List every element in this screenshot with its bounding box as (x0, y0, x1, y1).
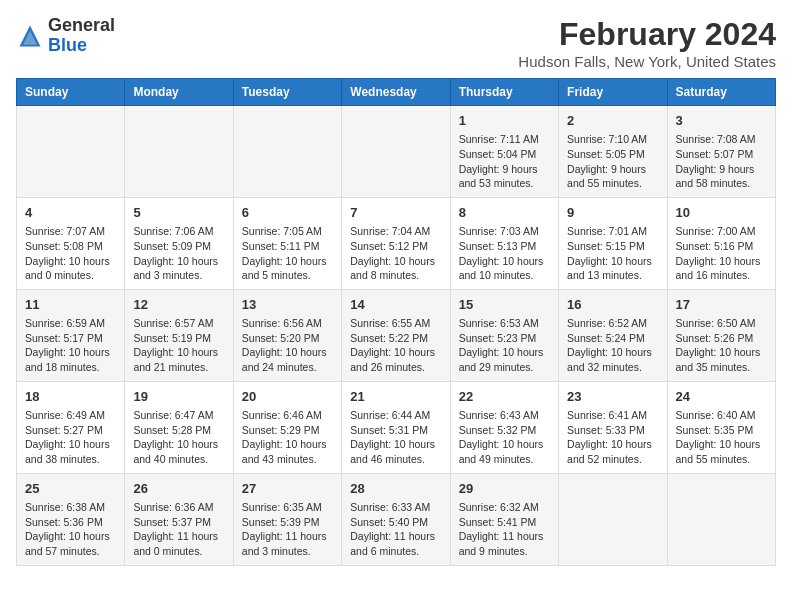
logo-general: General (48, 15, 115, 35)
calendar-cell: 12Sunrise: 6:57 AM Sunset: 5:19 PM Dayli… (125, 289, 233, 381)
day-info: Sunrise: 6:46 AM Sunset: 5:29 PM Dayligh… (242, 408, 333, 467)
day-number: 1 (459, 112, 550, 130)
calendar-cell: 15Sunrise: 6:53 AM Sunset: 5:23 PM Dayli… (450, 289, 558, 381)
day-number: 2 (567, 112, 658, 130)
day-number: 26 (133, 480, 224, 498)
logo-blue: Blue (48, 35, 87, 55)
logo-text: General Blue (48, 16, 115, 56)
day-number: 17 (676, 296, 767, 314)
title-block: February 2024 Hudson Falls, New York, Un… (518, 16, 776, 70)
day-number: 10 (676, 204, 767, 222)
day-info: Sunrise: 6:59 AM Sunset: 5:17 PM Dayligh… (25, 316, 116, 375)
day-info: Sunrise: 7:11 AM Sunset: 5:04 PM Dayligh… (459, 132, 550, 191)
column-header-thursday: Thursday (450, 79, 558, 106)
day-number: 24 (676, 388, 767, 406)
day-number: 25 (25, 480, 116, 498)
calendar-cell: 21Sunrise: 6:44 AM Sunset: 5:31 PM Dayli… (342, 381, 450, 473)
day-number: 18 (25, 388, 116, 406)
day-info: Sunrise: 7:10 AM Sunset: 5:05 PM Dayligh… (567, 132, 658, 191)
day-number: 13 (242, 296, 333, 314)
calendar-cell: 2Sunrise: 7:10 AM Sunset: 5:05 PM Daylig… (559, 106, 667, 198)
calendar-body: 1Sunrise: 7:11 AM Sunset: 5:04 PM Daylig… (17, 106, 776, 566)
calendar-cell: 27Sunrise: 6:35 AM Sunset: 5:39 PM Dayli… (233, 473, 341, 565)
calendar-cell (17, 106, 125, 198)
day-number: 6 (242, 204, 333, 222)
day-info: Sunrise: 7:00 AM Sunset: 5:16 PM Dayligh… (676, 224, 767, 283)
day-number: 5 (133, 204, 224, 222)
day-number: 16 (567, 296, 658, 314)
main-title: February 2024 (518, 16, 776, 53)
calendar-cell (233, 106, 341, 198)
calendar-cell: 26Sunrise: 6:36 AM Sunset: 5:37 PM Dayli… (125, 473, 233, 565)
day-number: 19 (133, 388, 224, 406)
day-number: 27 (242, 480, 333, 498)
column-header-wednesday: Wednesday (342, 79, 450, 106)
day-number: 20 (242, 388, 333, 406)
week-row-5: 25Sunrise: 6:38 AM Sunset: 5:36 PM Dayli… (17, 473, 776, 565)
day-info: Sunrise: 6:43 AM Sunset: 5:32 PM Dayligh… (459, 408, 550, 467)
day-info: Sunrise: 7:05 AM Sunset: 5:11 PM Dayligh… (242, 224, 333, 283)
day-number: 11 (25, 296, 116, 314)
calendar-cell: 29Sunrise: 6:32 AM Sunset: 5:41 PM Dayli… (450, 473, 558, 565)
calendar-cell: 24Sunrise: 6:40 AM Sunset: 5:35 PM Dayli… (667, 381, 775, 473)
day-number: 4 (25, 204, 116, 222)
calendar-cell: 23Sunrise: 6:41 AM Sunset: 5:33 PM Dayli… (559, 381, 667, 473)
calendar-cell: 14Sunrise: 6:55 AM Sunset: 5:22 PM Dayli… (342, 289, 450, 381)
sub-title: Hudson Falls, New York, United States (518, 53, 776, 70)
day-info: Sunrise: 6:50 AM Sunset: 5:26 PM Dayligh… (676, 316, 767, 375)
day-info: Sunrise: 6:36 AM Sunset: 5:37 PM Dayligh… (133, 500, 224, 559)
calendar-cell: 25Sunrise: 6:38 AM Sunset: 5:36 PM Dayli… (17, 473, 125, 565)
day-number: 9 (567, 204, 658, 222)
calendar-cell: 1Sunrise: 7:11 AM Sunset: 5:04 PM Daylig… (450, 106, 558, 198)
calendar-cell: 20Sunrise: 6:46 AM Sunset: 5:29 PM Dayli… (233, 381, 341, 473)
logo: General Blue (16, 16, 115, 56)
day-info: Sunrise: 6:35 AM Sunset: 5:39 PM Dayligh… (242, 500, 333, 559)
day-info: Sunrise: 6:38 AM Sunset: 5:36 PM Dayligh… (25, 500, 116, 559)
calendar-cell: 10Sunrise: 7:00 AM Sunset: 5:16 PM Dayli… (667, 197, 775, 289)
day-number: 23 (567, 388, 658, 406)
logo-icon (16, 22, 44, 50)
page-header: General Blue February 2024 Hudson Falls,… (16, 16, 776, 70)
day-number: 21 (350, 388, 441, 406)
calendar-cell: 4Sunrise: 7:07 AM Sunset: 5:08 PM Daylig… (17, 197, 125, 289)
day-info: Sunrise: 6:56 AM Sunset: 5:20 PM Dayligh… (242, 316, 333, 375)
week-row-4: 18Sunrise: 6:49 AM Sunset: 5:27 PM Dayli… (17, 381, 776, 473)
day-info: Sunrise: 6:57 AM Sunset: 5:19 PM Dayligh… (133, 316, 224, 375)
day-info: Sunrise: 6:49 AM Sunset: 5:27 PM Dayligh… (25, 408, 116, 467)
week-row-1: 1Sunrise: 7:11 AM Sunset: 5:04 PM Daylig… (17, 106, 776, 198)
day-info: Sunrise: 7:08 AM Sunset: 5:07 PM Dayligh… (676, 132, 767, 191)
day-info: Sunrise: 6:52 AM Sunset: 5:24 PM Dayligh… (567, 316, 658, 375)
day-info: Sunrise: 6:47 AM Sunset: 5:28 PM Dayligh… (133, 408, 224, 467)
day-info: Sunrise: 6:44 AM Sunset: 5:31 PM Dayligh… (350, 408, 441, 467)
day-info: Sunrise: 6:33 AM Sunset: 5:40 PM Dayligh… (350, 500, 441, 559)
calendar-cell: 28Sunrise: 6:33 AM Sunset: 5:40 PM Dayli… (342, 473, 450, 565)
calendar-cell: 9Sunrise: 7:01 AM Sunset: 5:15 PM Daylig… (559, 197, 667, 289)
day-number: 15 (459, 296, 550, 314)
calendar-cell: 22Sunrise: 6:43 AM Sunset: 5:32 PM Dayli… (450, 381, 558, 473)
calendar-table: SundayMondayTuesdayWednesdayThursdayFrid… (16, 78, 776, 566)
column-header-friday: Friday (559, 79, 667, 106)
day-number: 28 (350, 480, 441, 498)
calendar-cell: 5Sunrise: 7:06 AM Sunset: 5:09 PM Daylig… (125, 197, 233, 289)
day-number: 8 (459, 204, 550, 222)
week-row-3: 11Sunrise: 6:59 AM Sunset: 5:17 PM Dayli… (17, 289, 776, 381)
calendar-cell: 7Sunrise: 7:04 AM Sunset: 5:12 PM Daylig… (342, 197, 450, 289)
calendar-cell: 19Sunrise: 6:47 AM Sunset: 5:28 PM Dayli… (125, 381, 233, 473)
calendar-cell (342, 106, 450, 198)
day-number: 22 (459, 388, 550, 406)
day-info: Sunrise: 6:40 AM Sunset: 5:35 PM Dayligh… (676, 408, 767, 467)
day-info: Sunrise: 6:53 AM Sunset: 5:23 PM Dayligh… (459, 316, 550, 375)
calendar-cell: 11Sunrise: 6:59 AM Sunset: 5:17 PM Dayli… (17, 289, 125, 381)
calendar-cell: 17Sunrise: 6:50 AM Sunset: 5:26 PM Dayli… (667, 289, 775, 381)
calendar-cell: 8Sunrise: 7:03 AM Sunset: 5:13 PM Daylig… (450, 197, 558, 289)
calendar-cell: 16Sunrise: 6:52 AM Sunset: 5:24 PM Dayli… (559, 289, 667, 381)
column-header-monday: Monday (125, 79, 233, 106)
day-info: Sunrise: 6:55 AM Sunset: 5:22 PM Dayligh… (350, 316, 441, 375)
day-info: Sunrise: 7:01 AM Sunset: 5:15 PM Dayligh… (567, 224, 658, 283)
calendar-header: SundayMondayTuesdayWednesdayThursdayFrid… (17, 79, 776, 106)
day-number: 3 (676, 112, 767, 130)
calendar-cell (559, 473, 667, 565)
column-header-tuesday: Tuesday (233, 79, 341, 106)
calendar-cell: 3Sunrise: 7:08 AM Sunset: 5:07 PM Daylig… (667, 106, 775, 198)
day-info: Sunrise: 7:06 AM Sunset: 5:09 PM Dayligh… (133, 224, 224, 283)
